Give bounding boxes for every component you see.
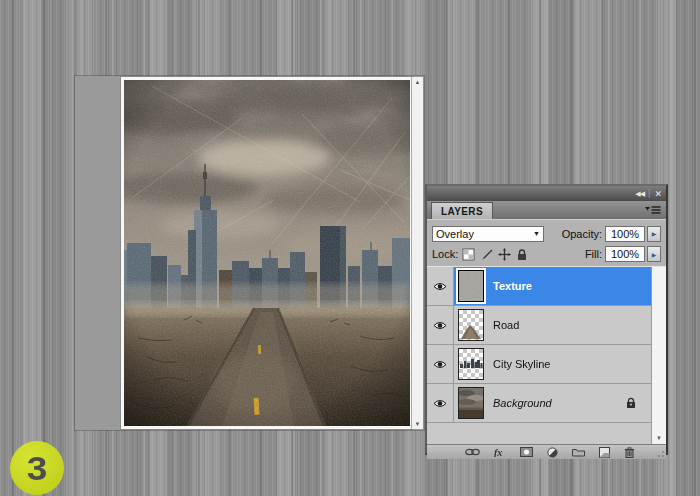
panel-footer: fx [427,444,666,459]
eye-icon [433,282,447,291]
layer-list-scrollbar[interactable]: ▼ [651,267,666,444]
adjustment-layer-icon[interactable] [547,447,558,458]
opacity-slider-button[interactable]: ▶ [647,226,661,242]
lock-pixels-icon[interactable] [480,248,493,261]
link-layers-icon[interactable] [465,448,480,456]
tab-layers[interactable]: LAYERS [431,202,493,219]
add-mask-icon[interactable] [520,447,533,457]
scroll-down-icon[interactable]: ▼ [652,435,666,441]
opacity-input[interactable]: 100% [605,226,645,242]
layer-row-texture[interactable]: Texture [427,267,652,306]
step-number: 3 [27,451,48,485]
document-scrollbar[interactable]: ▲ ▼ [411,77,424,429]
layer-thumbnail-texture[interactable] [458,270,484,302]
scroll-up-icon[interactable]: ▲ [412,78,423,86]
play-arrow-icon: ▶ [652,251,657,258]
layer-row-city-skyline[interactable]: City Skyline [427,345,652,384]
chevron-down-icon: ▼ [533,230,540,237]
collapse-panel-icon[interactable]: ◀◀ [635,189,644,199]
lock-icon [626,397,636,409]
svg-text:fx: fx [494,447,502,457]
play-arrow-icon: ▶ [652,230,657,237]
layer-list: Texture [427,266,666,444]
lock-transparency-icon[interactable] [462,248,475,261]
visibility-toggle[interactable] [427,384,454,422]
visibility-toggle[interactable] [427,306,454,344]
fill-input[interactable]: 100% [605,246,645,262]
layer-thumbnail-city-skyline[interactable] [458,348,484,380]
layer-name: Texture [493,280,532,292]
lock-all-icon[interactable] [516,248,528,261]
canvas-image[interactable] [124,80,410,426]
layer-thumbnail-road[interactable] [458,309,484,341]
layer-style-icon[interactable]: fx [494,447,506,457]
delete-layer-icon[interactable] [624,447,635,458]
eye-icon [433,321,447,330]
lock-label: Lock: [432,248,458,260]
step-badge: 3 [10,441,64,495]
layer-thumbnail-background[interactable] [458,387,484,419]
canvas-frame [121,77,413,429]
blend-mode-select[interactable]: Overlay ▼ [432,226,544,242]
new-layer-icon[interactable] [599,447,610,458]
layer-row-road[interactable]: Road [427,306,652,345]
opacity-label: Opacity: [562,228,602,240]
resize-grip[interactable] [656,449,665,458]
lock-position-icon[interactable] [498,248,511,261]
document-window: ▲ ▼ [75,76,424,430]
layer-name: Background [493,397,552,409]
photoshop-workspace: ▲ ▼ ◀◀ | ✕ LAYERS Overlay [0,0,700,496]
layer-name: Road [493,319,519,331]
visibility-toggle[interactable] [427,345,454,383]
blend-mode-value: Overlay [436,228,533,240]
fill-slider-button[interactable]: ▶ [647,246,661,262]
scroll-down-icon[interactable]: ▼ [412,420,423,428]
eye-icon [433,399,447,408]
panel-titlebar: ◀◀ | ✕ [427,186,666,201]
layers-panel: ◀◀ | ✕ LAYERS Overlay ▼ Opacity: [425,184,668,455]
layer-name: City Skyline [493,358,550,370]
layer-row-background[interactable]: Background [427,384,652,423]
eye-icon [433,360,447,369]
fill-label: Fill: [585,248,602,260]
titlebar-divider: | [648,189,650,198]
new-group-icon[interactable] [572,447,585,457]
panel-menu-icon[interactable] [645,205,661,215]
close-panel-icon[interactable]: ✕ [654,189,662,199]
visibility-toggle[interactable] [427,267,454,305]
panel-controls: Overlay ▼ Opacity: 100% ▶ Lock: [427,219,666,266]
panel-tabbar: LAYERS [427,201,666,219]
